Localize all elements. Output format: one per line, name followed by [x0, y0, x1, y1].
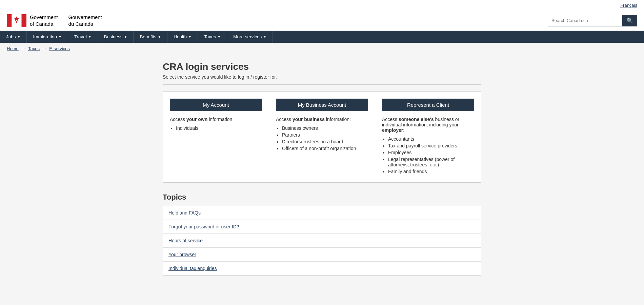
my-business-account-card: My Business Account Access your business… — [269, 92, 375, 182]
main-nav: Jobs ▼ Immigration ▼ Travel ▼ Business ▼… — [0, 31, 644, 43]
topic-item-hours-of-service: Hours of service — [163, 234, 481, 248]
nav-item-more-services[interactable]: More services ▼ — [227, 31, 273, 43]
my-account-description: Access your own information: — [170, 117, 262, 122]
service-cards: My Account Access your own information: … — [163, 92, 481, 183]
gov-name-en: Government of Canada — [30, 14, 58, 27]
list-item: Partners — [282, 132, 368, 138]
breadcrumb-separator: → — [42, 46, 48, 51]
breadcrumb-taxes[interactable]: Taxes — [28, 46, 40, 51]
topic-link-hours-of-service[interactable]: Hours of service — [168, 238, 203, 243]
header: Government of Canada Gouvernement du Can… — [0, 11, 644, 31]
list-item: Accountants — [388, 136, 474, 142]
topic-item-help-faqs: Help and FAQs — [163, 206, 481, 220]
nav-item-benefits[interactable]: Benefits ▼ — [134, 31, 167, 43]
main-content: CRA login services Select the service yo… — [156, 55, 488, 289]
svg-rect-1 — [12, 14, 22, 27]
topic-item-your-browser: Your browser — [163, 248, 481, 262]
chevron-down-icon: ▼ — [158, 35, 161, 39]
search-button[interactable]: 🔍 — [622, 15, 637, 26]
topics-list: Help and FAQs Forgot your password or us… — [163, 206, 481, 276]
nav-item-immigration[interactable]: Immigration ▼ — [27, 31, 68, 43]
svg-rect-0 — [7, 14, 12, 27]
my-account-list: Individuals — [170, 125, 262, 131]
breadcrumb-eservices[interactable]: E-services — [49, 46, 70, 51]
nav-item-jobs[interactable]: Jobs ▼ — [0, 31, 27, 43]
chevron-down-icon: ▼ — [263, 35, 266, 39]
represent-client-description: Access someone else's business or indivi… — [382, 117, 474, 133]
list-item: Tax and payroll service providers — [388, 143, 474, 148]
my-business-account-description: Access your business information: — [276, 117, 368, 122]
my-business-account-list: Business owners Partners Directors/trust… — [276, 125, 368, 151]
chevron-down-icon: ▼ — [217, 35, 221, 39]
gov-name-fr: Gouvernement du Canada — [65, 14, 102, 27]
topic-link-forgot-password[interactable]: Forgot your password or user ID? — [168, 224, 239, 229]
breadcrumb-home[interactable]: Home — [7, 46, 19, 51]
list-item: Employees — [388, 150, 474, 155]
breadcrumb-separator: → — [21, 46, 27, 51]
page-subtitle: Select the service you would like to log… — [163, 74, 481, 85]
list-item: Officers of a non-profit organization — [282, 146, 368, 151]
chevron-down-icon: ▼ — [17, 35, 21, 39]
svg-rect-4 — [16, 21, 17, 23]
list-item: Family and friends — [388, 169, 474, 174]
nav-item-travel[interactable]: Travel ▼ — [68, 31, 98, 43]
top-bar: Français — [0, 0, 644, 11]
my-account-card: My Account Access your own information: … — [163, 92, 269, 182]
nav-item-business[interactable]: Business ▼ — [98, 31, 134, 43]
topic-item-forgot-password: Forgot your password or user ID? — [163, 220, 481, 234]
search-area: 🔍 — [548, 15, 637, 26]
represent-client-card: Represent a Client Access someone else's… — [375, 92, 481, 182]
topic-item-individual-tax-enquiries: Individual tax enquiries — [163, 262, 481, 275]
svg-rect-2 — [22, 14, 27, 27]
nav-item-health[interactable]: Health ▼ — [167, 31, 198, 43]
nav-item-taxes[interactable]: Taxes ▼ — [198, 31, 227, 43]
logo-area: Government of Canada Gouvernement du Can… — [7, 14, 102, 27]
list-item: Individuals — [176, 125, 262, 131]
chevron-down-icon: ▼ — [188, 35, 192, 39]
search-input[interactable] — [548, 15, 622, 26]
list-item: Directors/trustees on a board — [282, 139, 368, 144]
french-link[interactable]: Français — [620, 3, 637, 8]
my-account-button[interactable]: My Account — [170, 99, 262, 111]
topic-link-your-browser[interactable]: Your browser — [168, 252, 196, 257]
topics-title: Topics — [163, 193, 481, 202]
chevron-down-icon: ▼ — [124, 35, 127, 39]
represent-client-button[interactable]: Represent a Client — [382, 99, 474, 111]
list-item: Business owners — [282, 125, 368, 131]
my-business-account-button[interactable]: My Business Account — [276, 99, 368, 111]
topic-link-individual-tax-enquiries[interactable]: Individual tax enquiries — [168, 266, 217, 271]
canada-flag-icon — [7, 14, 26, 27]
list-item: Legal representatives (power of attorney… — [388, 157, 474, 167]
represent-client-list: Accountants Tax and payroll service prov… — [382, 136, 474, 174]
chevron-down-icon: ▼ — [58, 35, 62, 39]
chevron-down-icon: ▼ — [88, 35, 92, 39]
topic-link-help-faqs[interactable]: Help and FAQs — [168, 210, 201, 216]
page-title: CRA login services — [163, 61, 481, 72]
breadcrumb: Home → Taxes → E-services — [0, 43, 644, 55]
